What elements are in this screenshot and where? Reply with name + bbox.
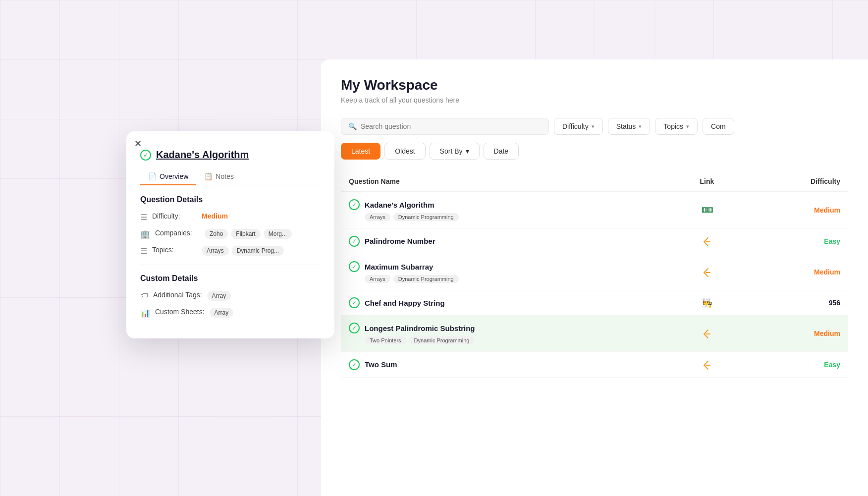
panel-title[interactable]: Kadane's Algorithm (156, 149, 249, 161)
workspace-subtitle: Keep a track of all your questions here (341, 96, 848, 104)
leetcode-icon[interactable] (702, 235, 712, 246)
difficulty-icon: ☰ (140, 213, 147, 222)
solved-icon: ✓ (349, 359, 360, 370)
tag: Arrays (365, 213, 390, 221)
table-row[interactable]: ✓ Kadane's Algorithm ArraysDynamic Progr… (341, 192, 848, 228)
table-row[interactable]: ✓ Palindrome Number Easy (341, 228, 848, 254)
additional-tags-value: Array (207, 291, 231, 301)
link-cell[interactable] (672, 316, 742, 352)
status-filter[interactable]: Status ▾ (608, 118, 651, 135)
companies-row: 🏢 Companies: Zoho Flipkart Morg... (140, 229, 321, 239)
document-icon: 📄 (148, 172, 157, 180)
tag: Dynamic Programming (409, 336, 475, 344)
question-tags: ArraysDynamic Programming (365, 213, 664, 221)
topics-filter[interactable]: Topics ▾ (655, 118, 698, 135)
notes-icon: 📋 (204, 172, 213, 180)
difficulty-cell: Easy (742, 228, 848, 254)
difficulty-cell: Medium (742, 192, 848, 228)
table-row[interactable]: ✓ Two Sum Easy (341, 352, 848, 378)
sort-oldest-tab[interactable]: Oldest (384, 143, 425, 160)
search-box[interactable]: 🔍 (341, 118, 549, 135)
solved-icon: ✓ (349, 261, 360, 272)
chevron-down-icon: ▾ (466, 147, 469, 155)
topics-label: Topics: (152, 246, 197, 254)
questions-table: Question Name Link Difficulty ✓ Kadane's… (341, 171, 848, 378)
difficulty-row: ☰ Difficulty: Medium (140, 212, 321, 222)
link-cell[interactable] (672, 228, 742, 254)
leetcode-icon[interactable] (702, 328, 712, 339)
companies-tags: Zoho Flipkart Morg... (205, 229, 292, 239)
link-cell[interactable] (672, 254, 742, 290)
custom-sheets-value: Array (210, 308, 234, 318)
tag-dp: Dynamic Prog... (232, 246, 284, 256)
difficulty-filter-label: Difficulty (562, 122, 589, 130)
sort-latest-tab[interactable]: Latest (341, 143, 380, 160)
difficulty-label: Difficulty: (152, 212, 197, 220)
link-cell[interactable]: ⚅⚅ (672, 192, 742, 228)
topics-icon: ☰ (140, 246, 147, 256)
difficulty-filter[interactable]: Difficulty ▾ (554, 118, 603, 135)
search-input[interactable] (361, 122, 542, 130)
topics-filter-label: Topics (663, 122, 683, 130)
status-filter-label: Status (616, 122, 636, 130)
tag: Arrays (365, 275, 390, 283)
link-cell[interactable] (672, 352, 742, 378)
difficulty-cell: Easy (742, 352, 848, 378)
tag: Dynamic Programming (393, 275, 459, 283)
question-name[interactable]: Palindrome Number (365, 237, 435, 245)
sheets-icon: 📊 (140, 308, 150, 318)
col-header-name: Question Name (341, 171, 672, 192)
panel-title-row: ✓ Kadane's Algorithm (140, 149, 321, 161)
additional-tags-label: Additional Tags: (153, 291, 202, 299)
question-name[interactable]: Kadane's Algorithm (365, 201, 434, 209)
leetcode-icon[interactable] (702, 359, 712, 370)
table-row[interactable]: ✓ Chef and Happy String 🧑‍🍳956 (341, 290, 848, 316)
sort-date-tab[interactable]: Date (484, 143, 519, 160)
search-filter-row: 🔍 Difficulty ▾ Status ▾ Topics ▾ Com (341, 118, 848, 135)
companies-filter[interactable]: Com (703, 118, 734, 135)
custom-details-title: Custom Details (140, 274, 321, 283)
tab-overview[interactable]: 📄 Overview (140, 168, 196, 185)
question-tags: Two PointersDynamic Programming (365, 336, 664, 344)
tag: Two Pointers (365, 336, 406, 344)
question-name[interactable]: Two Sum (365, 360, 397, 369)
table-row[interactable]: ✓ Longest Palindromic Substring Two Poin… (341, 316, 848, 352)
workspace-panel: My Workspace Keep a track of all your qu… (321, 59, 868, 496)
panel-tabs: 📄 Overview 📋 Notes (140, 168, 321, 185)
close-button[interactable]: ✕ (134, 139, 142, 148)
search-icon: 🔍 (348, 122, 357, 130)
difficulty-value: Medium (202, 212, 228, 220)
solved-icon: ✓ (349, 323, 360, 333)
tag-arrays: Arrays (202, 246, 229, 256)
topics-tags: Arrays Dynamic Prog... (202, 246, 284, 256)
solved-icon: ✓ (349, 297, 360, 308)
companies-label: Companies: (155, 229, 200, 237)
difficulty-cell: 956 (742, 290, 848, 316)
table-row[interactable]: ✓ Maximum Subarray ArraysDynamic Program… (341, 254, 848, 290)
chevron-down-icon: ▾ (592, 123, 595, 130)
leetcode-icon[interactable] (702, 267, 712, 277)
custom-sheets-label: Custom Sheets: (155, 308, 205, 316)
section-divider (140, 265, 321, 265)
question-name[interactable]: Chef and Happy String (365, 299, 445, 307)
companies-filter-label: Com (711, 122, 726, 130)
sort-by-tab[interactable]: Sort By ▾ (430, 143, 480, 160)
workspace-title: My Workspace (341, 77, 848, 93)
question-name[interactable]: Maximum Subarray (365, 263, 433, 271)
additional-tags-row: 🏷 Additional Tags: Array (140, 291, 321, 301)
difficulty-cell: Medium (742, 316, 848, 352)
chevron-down-icon: ▾ (686, 123, 689, 130)
question-tags: ArraysDynamic Programming (365, 275, 664, 283)
sort-row: Latest Oldest Sort By ▾ Date (341, 143, 848, 160)
tag-icon: 🏷 (140, 291, 148, 300)
col-header-link: Link (672, 171, 742, 192)
chevron-down-icon: ▾ (639, 123, 642, 130)
tab-notes[interactable]: 📋 Notes (196, 168, 242, 185)
topics-row: ☰ Topics: Arrays Dynamic Prog... (140, 246, 321, 256)
question-name[interactable]: Longest Palindromic Substring (365, 324, 475, 332)
tag-zoho: Zoho (205, 229, 228, 239)
tag-flipkart: Flipkart (231, 229, 260, 239)
codechef-icon[interactable]: 🧑‍🍳 (702, 298, 712, 308)
gfg-icon[interactable]: ⚅⚅ (702, 206, 712, 214)
link-cell[interactable]: 🧑‍🍳 (672, 290, 742, 316)
